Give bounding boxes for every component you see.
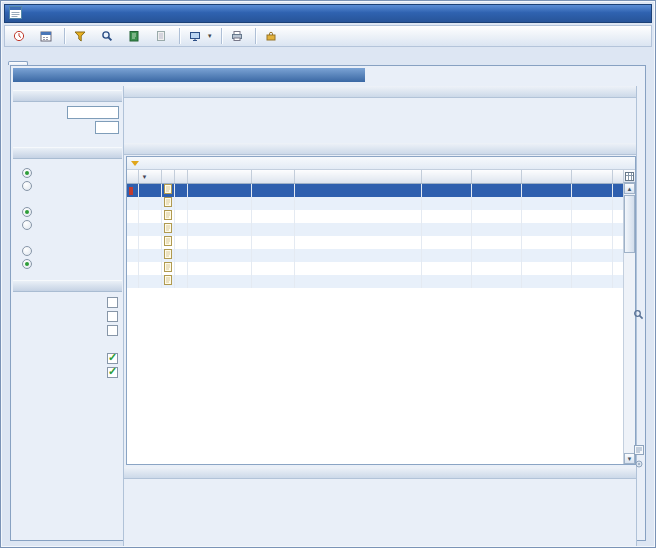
gear-icon[interactable] xyxy=(633,458,644,469)
suchen-button[interactable] xyxy=(95,27,122,45)
drucken-button[interactable] xyxy=(225,27,252,45)
column-chooser-button[interactable] xyxy=(623,170,635,183)
checkbox-alle-perioden-1-13[interactable] xyxy=(13,351,122,365)
jahr-button[interactable] xyxy=(34,27,61,45)
cell xyxy=(138,223,161,236)
table-row[interactable] xyxy=(127,183,624,197)
filter-bar[interactable] xyxy=(127,157,635,170)
scroll-up-icon[interactable]: ▲ xyxy=(624,183,635,194)
radio-nicht-anzeigen[interactable] xyxy=(13,179,122,192)
radio-nicht-anzeigen[interactable] xyxy=(13,257,122,270)
document-icon xyxy=(164,275,173,285)
notebook-icon xyxy=(128,30,140,42)
cell xyxy=(421,262,471,275)
column-header-beleg-nr[interactable] xyxy=(251,170,294,183)
checkbox-abstimmen-op[interactable] xyxy=(13,323,122,337)
checkbox-fremdwaehrung[interactable] xyxy=(13,295,122,309)
cell xyxy=(187,210,251,223)
cell xyxy=(127,236,138,249)
bis-periode-input[interactable] xyxy=(95,121,119,134)
checkbox-alle-perioden-1-14[interactable] xyxy=(13,365,122,379)
column-header-m[interactable] xyxy=(127,170,138,183)
vertical-scrollbar[interactable]: ▲ ▼ xyxy=(623,183,635,464)
column-header-st[interactable] xyxy=(161,170,174,183)
cell xyxy=(471,183,521,197)
tab-allgemein[interactable] xyxy=(8,61,28,65)
table-row[interactable] xyxy=(127,210,624,223)
cell xyxy=(251,236,294,249)
cell xyxy=(521,197,571,210)
cell xyxy=(521,275,571,288)
cell xyxy=(251,183,294,197)
app-icon xyxy=(9,5,22,23)
radio-icon xyxy=(22,259,32,269)
cell xyxy=(174,183,187,197)
cell xyxy=(174,236,187,249)
cell xyxy=(421,223,471,236)
zv-posten-button[interactable] xyxy=(149,27,176,45)
cell xyxy=(161,275,174,288)
toolbar-separator xyxy=(221,28,222,44)
cell xyxy=(294,210,421,223)
radio-icon xyxy=(22,168,32,178)
cell xyxy=(571,210,612,223)
checkbox-icon xyxy=(107,311,118,322)
cell xyxy=(161,210,174,223)
radio-nicht-anzeigen[interactable] xyxy=(13,218,122,231)
cell xyxy=(187,249,251,262)
titlebar[interactable] xyxy=(4,4,652,23)
table-row[interactable] xyxy=(127,262,624,275)
selektion-button[interactable] xyxy=(68,27,95,45)
radio-anzeigen[interactable] xyxy=(13,244,122,257)
cell xyxy=(174,275,187,288)
table-row[interactable] xyxy=(127,197,624,210)
cell xyxy=(471,275,521,288)
main-area: ▼ xyxy=(123,86,637,546)
ansicht-button[interactable]: ▾ xyxy=(183,27,218,45)
column-header-buchungsdatum[interactable] xyxy=(187,170,251,183)
cell xyxy=(571,223,612,236)
cell xyxy=(161,249,174,262)
toolbar-separator xyxy=(255,28,256,44)
monitor-icon xyxy=(189,30,201,42)
tab-bar xyxy=(4,47,652,64)
cell xyxy=(471,262,521,275)
column-header-pos[interactable]: ▼ xyxy=(138,170,161,183)
column-header-laufsaldo[interactable] xyxy=(521,170,571,183)
table-row[interactable] xyxy=(127,223,624,236)
column-header-betrag-haben[interactable] xyxy=(471,170,521,183)
jahresverkehrszahlen-alt xyxy=(124,86,636,143)
column-header-gegenkonto[interactable] xyxy=(571,170,612,183)
list-icon[interactable] xyxy=(633,444,644,455)
calendar-icon xyxy=(40,30,52,42)
column-header-betrag-soll[interactable] xyxy=(421,170,471,183)
checkbox-abstimmen-eb[interactable] xyxy=(13,309,122,323)
scrollbar-thumb[interactable] xyxy=(624,195,635,253)
table-row[interactable] xyxy=(127,275,624,288)
cell xyxy=(421,275,471,288)
cell xyxy=(571,236,612,249)
column-header-buchungstext[interactable] xyxy=(294,170,421,183)
alt-section-header xyxy=(124,86,636,98)
radio-icon xyxy=(22,246,32,256)
cell xyxy=(138,197,161,210)
cell xyxy=(187,223,251,236)
cell xyxy=(571,275,612,288)
table-row[interactable] xyxy=(127,236,624,249)
printer-icon xyxy=(231,30,243,42)
cell xyxy=(571,183,612,197)
radio-anzeigen[interactable] xyxy=(13,205,122,218)
table-row[interactable] xyxy=(127,249,624,262)
periode-button[interactable] xyxy=(7,27,34,45)
radio-anzeigen[interactable] xyxy=(13,166,122,179)
document-icon xyxy=(164,236,173,246)
cell xyxy=(521,223,571,236)
column-header-b[interactable] xyxy=(174,170,187,183)
primanota-button[interactable] xyxy=(122,27,149,45)
zoom-icon[interactable] xyxy=(633,309,644,320)
konto-input[interactable] xyxy=(67,106,119,119)
radio-group-eroeffnungsbuchungen xyxy=(13,201,122,231)
cell xyxy=(127,183,138,197)
extras-button[interactable] xyxy=(259,27,286,45)
document-icon xyxy=(164,262,173,272)
